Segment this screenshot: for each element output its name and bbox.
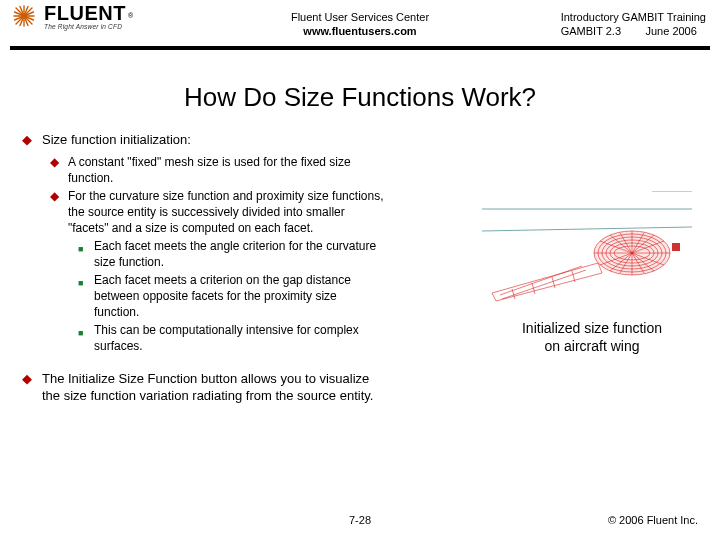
bullet-level2: ◆ For the curvature size function and pr… <box>50 188 477 236</box>
bullet-text: Each facet meets a criterion on the gap … <box>94 272 384 320</box>
bullet-level3: ■ This can be computationally intensive … <box>78 322 477 354</box>
svg-line-9 <box>482 227 692 231</box>
bullet-text: Size function initialization: <box>42 131 477 148</box>
diamond-bullet-icon: ◆ <box>50 188 68 236</box>
bullet-level3: ■ Each facet meets a criterion on the ga… <box>78 272 477 320</box>
figure-caption: Initialized size function on aircraft wi… <box>482 319 702 355</box>
logo-wordmark: FLUENT <box>44 2 126 24</box>
figure-caption-line1: Initialized size function <box>522 320 662 336</box>
slide-title: How Do Size Functions Work? <box>0 82 720 113</box>
header-date: June 2006 <box>645 25 696 37</box>
square-bullet-icon: ■ <box>78 238 94 270</box>
figure: Initialized size function on aircraft wi… <box>482 191 702 410</box>
header-center-line1: Fluent User Services Center <box>291 10 429 24</box>
registered-mark: ® <box>128 12 133 19</box>
svg-rect-11 <box>672 243 680 251</box>
bullet-level1: ◆ Size function initialization: <box>22 131 477 148</box>
header-right: Introductory GAMBIT Training GAMBIT 2.3 … <box>561 10 706 38</box>
aircraft-wing-mesh-image <box>482 191 692 311</box>
bullet-text: The Initialize Size Function button allo… <box>42 370 382 404</box>
slide-footer: 7-28 © 2006 Fluent Inc. <box>0 514 720 526</box>
bullet-level1: ◆ The Initialize Size Function button al… <box>22 370 477 404</box>
bullet-text: For the curvature size function and prox… <box>68 188 388 236</box>
header-center: Fluent User Services Center www.fluentus… <box>291 10 429 38</box>
figure-caption-line2: on aircraft wing <box>545 338 640 354</box>
slide-header: FLUENT® The Right Answer in CFD Fluent U… <box>0 0 720 54</box>
svg-line-27 <box>502 270 586 299</box>
bullet-text: Each facet meets the angle criterion for… <box>94 238 384 270</box>
diamond-bullet-icon: ◆ <box>50 154 68 186</box>
fluent-logo-mark <box>10 2 38 30</box>
svg-point-32 <box>594 231 670 275</box>
header-version: GAMBIT 2.3 <box>561 24 621 38</box>
slide-content: ◆ Size function initialization: ◆ A cons… <box>22 131 477 410</box>
square-bullet-icon: ■ <box>78 272 94 320</box>
bullet-level2: ◆ A constant "fixed" mesh size is used f… <box>50 154 477 186</box>
bullet-text: A constant "fixed" mesh size is used for… <box>68 154 388 186</box>
logo-tagline: The Right Answer in CFD <box>44 23 131 30</box>
copyright: © 2006 Fluent Inc. <box>608 514 698 526</box>
header-right-line1: Introductory GAMBIT Training <box>561 10 706 24</box>
header-url: www.fluentusers.com <box>291 24 429 38</box>
bullet-text: This can be computationally intensive fo… <box>94 322 384 354</box>
page-number: 7-28 <box>349 514 371 526</box>
fluent-logo: FLUENT® The Right Answer in CFD <box>10 2 131 30</box>
square-bullet-icon: ■ <box>78 322 94 354</box>
header-rule <box>10 46 710 50</box>
diamond-bullet-icon: ◆ <box>22 370 42 404</box>
bullet-level3: ■ Each facet meets the angle criterion f… <box>78 238 477 270</box>
diamond-bullet-icon: ◆ <box>22 131 42 148</box>
